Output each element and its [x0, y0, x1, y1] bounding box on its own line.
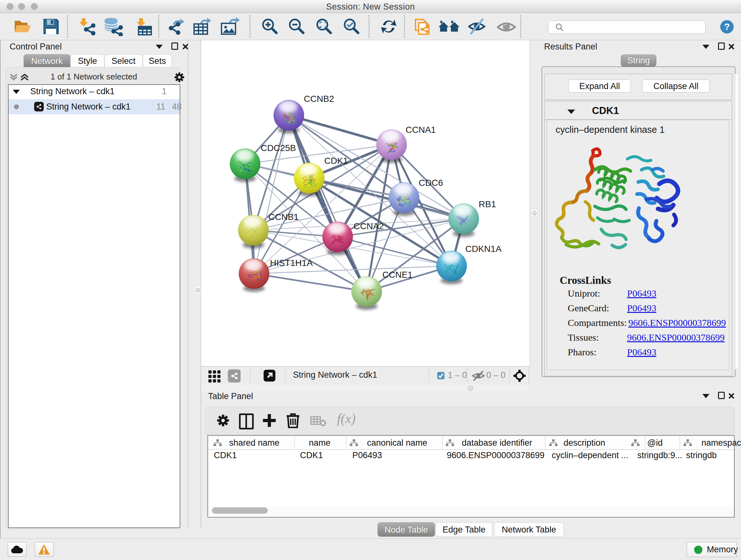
- svg-text:CCNA2: CCNA2: [354, 221, 384, 231]
- svg-text:CCNE1: CCNE1: [382, 270, 413, 280]
- svg-text:?: ?: [724, 21, 730, 32]
- svg-text:CDC25B: CDC25B: [261, 143, 296, 153]
- svg-text:CDKN1A: CDKN1A: [465, 244, 502, 254]
- svg-text:CCNA1: CCNA1: [406, 125, 436, 135]
- svg-text:CDC6: CDC6: [419, 178, 443, 188]
- svg-text:HIST1H1A: HIST1H1A: [270, 258, 313, 268]
- svg-text:CCNB1: CCNB1: [268, 212, 299, 222]
- svg-text:RB1: RB1: [479, 199, 496, 209]
- svg-text:CDK1: CDK1: [324, 156, 348, 166]
- svg-text:CCNB2: CCNB2: [304, 94, 334, 104]
